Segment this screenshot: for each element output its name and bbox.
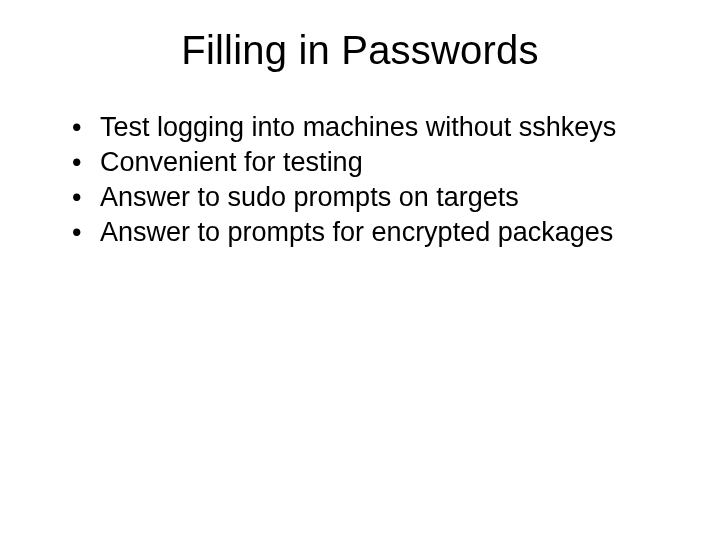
bullet-item: Answer to prompts for encrypted packages <box>72 216 670 249</box>
bullet-item: Test logging into machines without sshke… <box>72 111 670 144</box>
bullet-item: Answer to sudo prompts on targets <box>72 181 670 214</box>
bullet-list: Test logging into machines without sshke… <box>50 111 670 249</box>
bullet-item: Convenient for testing <box>72 146 670 179</box>
slide-container: Filling in Passwords Test logging into m… <box>0 0 720 540</box>
slide-title: Filling in Passwords <box>50 28 670 73</box>
